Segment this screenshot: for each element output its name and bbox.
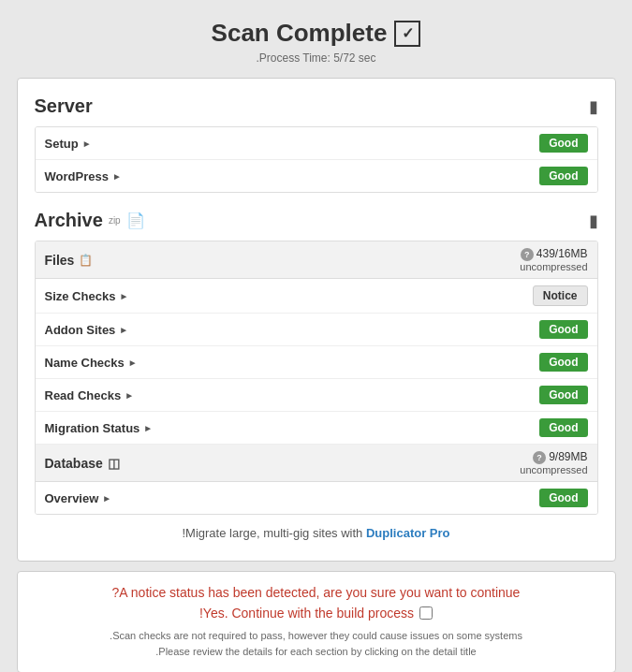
table-row[interactable]: Overview ► Good [36,482,597,514]
db-grid-icon: ◫ [108,456,120,471]
migration-status-badge: Good [539,418,587,437]
table-row[interactable]: Name Checks ► Good [36,346,597,379]
files-label: Files 📋 [45,253,94,268]
files-info-icon: ? [521,248,534,261]
page-title: Scan Complete [212,19,388,48]
archive-title: Archive [35,210,103,231]
wordpress-badge: Good [539,167,587,185]
database-subheader: Database ◫ ? 9/89MB uncompressed [36,445,597,482]
server-icon: ▮ [589,96,598,117]
check-icon: ✓ [394,21,420,47]
table-row[interactable]: Setup ► Good [36,127,597,160]
server-section-header: Server ▮ [35,95,598,117]
server-table: Setup ► Good WordPress ► Good [35,126,598,193]
setup-arrow-icon: ► [82,139,92,149]
read-checks-badge: Good [539,386,587,404]
notice-small-text: .Scan checks are not required to pass, h… [35,628,598,659]
table-row[interactable]: Migration Status ► Good [36,412,597,445]
addon-sites-label: Addon Sites ► [45,323,129,337]
process-time: .Process Time: 5/72 sec [17,51,616,65]
migration-status-arrow: ► [143,423,153,433]
archive-table: Files 📋 ? 439/16MB uncompressed Size Che… [35,241,598,515]
database-label: Database ◫ [45,456,120,471]
wordpress-arrow-icon: ► [112,171,122,182]
notice-warning: ?A notice status has been detected, are … [35,585,598,600]
migrate-promo: !Migrate large, multi-gig sites with Dup… [35,515,598,544]
read-checks-arrow: ► [125,390,134,401]
server-title: Server [35,95,93,117]
table-row[interactable]: WordPress ► Good [36,160,597,192]
setup-label: Setup ► [45,137,92,151]
database-info-icon: ? [533,451,546,464]
archive-title-row: Archive zip 📄 [35,210,145,231]
page-header: Scan Complete ✓ [17,19,616,48]
name-checks-badge: Good [539,353,587,372]
size-checks-arrow: ► [119,291,128,301]
read-checks-label: Read Checks ► [45,388,135,402]
notice-section: ?A notice status has been detected, are … [17,571,616,672]
archive-icon: ▮ [589,211,598,231]
table-row[interactable]: Size Checks ► Notice [36,279,597,314]
migration-status-label: Migration Status ► [45,421,154,435]
size-checks-badge: Notice [533,285,588,306]
overview-label: Overview ► [45,491,112,505]
files-size-info: ? 439/16MB uncompressed [520,247,587,272]
size-checks-label: Size Checks ► [45,289,129,303]
files-subheader: Files 📋 ? 439/16MB uncompressed [36,241,597,279]
table-row[interactable]: Addon Sites ► Good [36,314,597,346]
database-size-info: ? 9/89MB uncompressed [520,450,587,475]
notice-confirm: !Yes. Continue with the build process [35,606,598,621]
zip-label: zip [109,215,121,226]
setup-badge: Good [539,134,587,153]
overview-badge: Good [539,489,587,507]
duplicator-pro-link[interactable]: Duplicator Pro [366,526,450,540]
name-checks-label: Name Checks ► [45,356,138,370]
addon-sites-badge: Good [539,320,587,339]
confirm-checkbox[interactable] [419,606,433,620]
main-card: Server ▮ Setup ► Good WordPress ► Good [17,78,616,562]
table-row[interactable]: Read Checks ► Good [36,379,597,412]
copy-icon: 📋 [79,254,93,267]
archive-section-header: Archive zip 📄 ▮ [35,210,598,231]
overview-arrow: ► [102,493,111,504]
name-checks-arrow: ► [128,358,138,368]
file-doc-icon: 📄 [126,212,145,229]
addon-sites-arrow: ► [119,325,128,335]
wordpress-label: WordPress ► [45,169,122,183]
